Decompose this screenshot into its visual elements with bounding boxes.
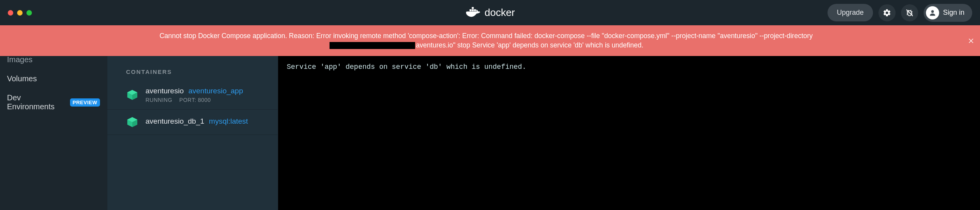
error-banner: Cannot stop Docker Compose application. … (0, 25, 980, 56)
sidebar-item-label: Dev Environments (7, 93, 66, 111)
container-name: aventuresio (146, 87, 184, 95)
container-running-icon (126, 89, 138, 101)
error-text-part1: Cannot stop Docker Compose application. … (160, 32, 813, 40)
upgrade-button[interactable]: Upgrade (827, 4, 873, 21)
bug-button[interactable] (901, 4, 918, 21)
docker-whale-icon (465, 7, 480, 19)
sidebar: Images Volumes Dev Environments PREVIEW (0, 56, 107, 210)
app-logo: docker (465, 7, 515, 19)
container-running-icon (126, 116, 138, 128)
svg-rect-6 (474, 9, 476, 11)
gear-icon (883, 9, 891, 17)
containers-panel: CONTAINERS aventuresio aventuresio_app R… (107, 56, 278, 210)
maximize-window-icon[interactable] (26, 10, 32, 16)
close-window-icon[interactable] (8, 10, 13, 16)
container-text: aventuresio aventuresio_app RUNNING PORT… (146, 87, 243, 103)
log-line: Service 'app' depends on service 'db' wh… (287, 63, 971, 71)
container-row[interactable]: aventuresio aventuresio_app RUNNING PORT… (107, 80, 278, 110)
window-controls (8, 10, 32, 16)
signin-label: Sign in (943, 9, 964, 17)
container-image[interactable]: mysql:latest (209, 117, 248, 126)
preview-badge: PREVIEW (70, 98, 100, 107)
brand-text: docker (484, 7, 515, 19)
settings-button[interactable] (878, 4, 896, 21)
header-actions: Upgrade Sign in (827, 4, 972, 22)
containers-section-title: CONTAINERS (107, 63, 278, 80)
user-icon (926, 6, 939, 19)
bug-icon (905, 9, 914, 17)
sidebar-item-volumes[interactable]: Volumes (7, 73, 100, 85)
log-pane[interactable]: Service 'app' depends on service 'db' wh… (278, 56, 980, 210)
close-icon (968, 37, 975, 44)
svg-point-9 (931, 10, 934, 13)
close-error-button[interactable] (968, 36, 975, 46)
svg-rect-7 (472, 7, 473, 9)
svg-rect-4 (469, 9, 471, 11)
signin-button[interactable]: Sign in (924, 4, 972, 22)
container-text: aventuresio_db_1 mysql:latest (146, 117, 248, 127)
sidebar-item-label: Volumes (7, 74, 37, 83)
container-row[interactable]: aventuresio_db_1 mysql:latest (107, 110, 278, 135)
error-text-part2: aventures.io" stop Service 'app' depends… (416, 41, 643, 49)
redacted-block (330, 42, 415, 49)
container-port: PORT: 8000 (179, 97, 211, 103)
svg-rect-5 (472, 9, 473, 11)
minimize-window-icon[interactable] (17, 10, 23, 16)
sidebar-item-dev-environments[interactable]: Dev Environments PREVIEW (7, 92, 100, 113)
container-image[interactable]: aventuresio_app (188, 87, 243, 95)
main: Images Volumes Dev Environments PREVIEW … (0, 56, 980, 210)
container-name: aventuresio_db_1 (146, 117, 204, 126)
titlebar: docker Upgrade Sign in (0, 0, 980, 25)
container-status: RUNNING (146, 97, 172, 103)
sidebar-item-label: Images (7, 55, 33, 64)
